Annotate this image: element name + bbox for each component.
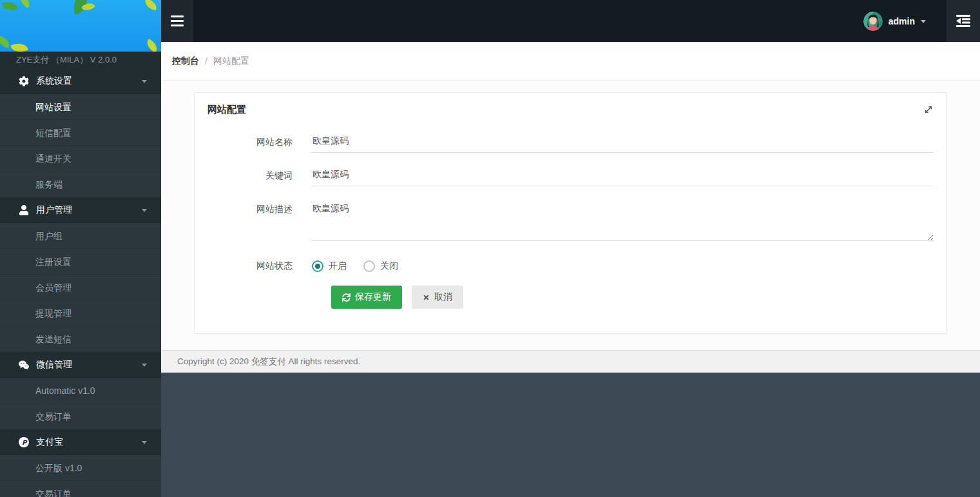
wechat-icon: [18, 359, 29, 370]
form-row-status: 网站状态 开启 关闭: [207, 257, 934, 272]
save-update-button[interactable]: 保存更新: [331, 286, 402, 309]
sidebar-submenu-user: 用户组 注册设置 会员管理 提现管理 发送短信: [0, 223, 161, 352]
gear-icon: [18, 75, 29, 86]
leaf-decoration: [10, 40, 28, 52]
pinterest-icon: P: [18, 436, 29, 447]
radio-selected-icon[interactable]: [312, 260, 323, 272]
sidebar: ZYE支付 （MILA） V 2.0.0 系统设置 网站设置 短信配置 通道开关…: [0, 0, 161, 497]
leaf-decoration: [0, 35, 12, 48]
sidebar-item-wechat-automatic[interactable]: Automatic v1.0: [0, 378, 161, 404]
sidebar-submenu-alipay: 公开版 v1.0 交易订单: [0, 455, 161, 497]
sidebar-section-user-management[interactable]: 用户管理: [0, 197, 161, 223]
content-area: 网站配置 网站名称 关: [161, 81, 980, 350]
status-radio-on[interactable]: 开启: [312, 260, 347, 272]
body-background: [161, 373, 980, 497]
sidebar-item-register-settings[interactable]: 注册设置: [0, 249, 161, 275]
status-label: 网站状态: [207, 257, 312, 272]
sidebar-section-label: 支付宝: [36, 436, 63, 448]
breadcrumb-separator: /: [205, 56, 207, 66]
username-label: admin: [889, 16, 915, 26]
sidebar-section-label: 微信管理: [36, 359, 72, 371]
caret-down-icon: [921, 20, 926, 23]
site-name-label: 网站名称: [207, 133, 312, 148]
site-config-card: 网站配置 网站名称 关: [194, 92, 947, 334]
cancel-button[interactable]: 取消: [412, 286, 463, 309]
status-off-label[interactable]: 关闭: [380, 260, 398, 272]
chevron-down-icon: [142, 441, 147, 444]
status-on-label[interactable]: 开启: [329, 260, 347, 272]
user-avatar: [863, 12, 883, 31]
sidebar-menu: 系统设置 网站设置 短信配置 通道开关 服务端 用户管理 用户组 注册设置 会: [0, 68, 161, 497]
leaf-decoration: [144, 0, 159, 10]
refresh-icon: [342, 293, 351, 302]
breadcrumb-current: 网站配置: [213, 55, 249, 67]
status-radio-off[interactable]: 关闭: [363, 260, 398, 272]
chevron-down-icon: [142, 364, 147, 367]
sidebar-item-alipay-public[interactable]: 公开版 v1.0: [0, 455, 161, 481]
cancel-button-label: 取消: [434, 291, 452, 303]
sidebar-item-sms-config[interactable]: 短信配置: [0, 120, 161, 146]
expand-icon[interactable]: [922, 103, 935, 118]
hamburger-icon[interactable]: [161, 0, 193, 42]
form-row-keywords: 关键词: [207, 166, 934, 186]
app-root: ZYE支付 （MILA） V 2.0.0 系统设置 网站设置 短信配置 通道开关…: [0, 0, 980, 497]
app-version-label: ZYE支付 （MILA） V 2.0.0: [0, 52, 161, 68]
sidebar-item-site-settings[interactable]: 网站设置: [0, 94, 161, 120]
sidebar-item-server-side[interactable]: 服务端: [0, 171, 161, 197]
page-footer: Copyright (c) 2020 免签支付 All rights reser…: [161, 350, 980, 373]
description-textarea[interactable]: 欧皇源码: [312, 200, 934, 241]
sidebar-item-user-group[interactable]: 用户组: [0, 223, 161, 249]
save-button-label: 保存更新: [355, 291, 391, 303]
control-sidebar-toggle-icon[interactable]: [946, 0, 980, 42]
site-name-input[interactable]: [312, 133, 934, 153]
user-icon: [18, 204, 29, 215]
sidebar-item-withdraw-management[interactable]: 提现管理: [0, 300, 161, 326]
top-navbar: admin: [161, 0, 980, 42]
copyright-text: Copyright (c) 2020 免签支付 All rights reser…: [177, 356, 360, 367]
sidebar-item-member-management[interactable]: 会员管理: [0, 275, 161, 300]
sidebar-item-send-sms[interactable]: 发送短信: [0, 326, 161, 352]
sidebar-submenu-wechat: Automatic v1.0 交易订单: [0, 378, 161, 429]
sidebar-section-alipay[interactable]: P 支付宝: [0, 429, 161, 455]
close-icon: [423, 294, 430, 301]
leaf-decoration: [1, 0, 17, 13]
sidebar-section-wechat-management[interactable]: 微信管理: [0, 352, 161, 378]
app-logo-image[interactable]: [0, 0, 161, 52]
sidebar-section-label: 系统设置: [36, 75, 72, 87]
form-buttons: 保存更新 取消: [331, 286, 934, 309]
navbar-spacer: [193, 0, 852, 42]
user-dropdown[interactable]: admin: [852, 0, 937, 42]
site-config-form: 网站名称 关键词 网站描述 欧皇源码: [207, 133, 934, 309]
keywords-label: 关键词: [207, 166, 312, 182]
sidebar-submenu-system: 网站设置 短信配置 通道开关 服务端: [0, 94, 161, 197]
leaf-decoration: [18, 0, 32, 8]
leaf-decoration: [144, 39, 160, 52]
main-area: admin 控制台 / 网站配置 网站配置: [161, 0, 980, 497]
chevron-down-icon: [142, 209, 147, 212]
sidebar-item-wechat-orders[interactable]: 交易订单: [0, 404, 161, 429]
sidebar-section-label: 用户管理: [36, 204, 72, 216]
radio-unselected-icon[interactable]: [363, 260, 375, 272]
form-row-site-name: 网站名称: [207, 133, 934, 153]
sidebar-section-system-settings[interactable]: 系统设置: [0, 68, 161, 94]
form-row-description: 网站描述 欧皇源码: [207, 200, 934, 243]
sidebar-item-alipay-orders[interactable]: 交易订单: [0, 481, 161, 497]
keywords-input[interactable]: [312, 166, 934, 186]
sidebar-item-channel-switch[interactable]: 通道开关: [0, 146, 161, 171]
description-label: 网站描述: [207, 200, 312, 215]
chevron-down-icon: [142, 80, 147, 83]
card-title: 网站配置: [207, 104, 934, 116]
breadcrumb-home-link[interactable]: 控制台: [172, 55, 199, 67]
breadcrumb: 控制台 / 网站配置: [161, 42, 980, 81]
